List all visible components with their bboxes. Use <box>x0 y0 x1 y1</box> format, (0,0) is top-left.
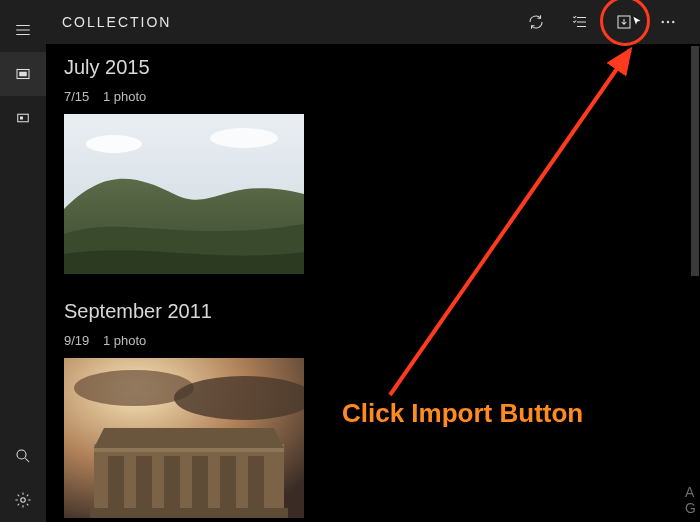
search-button[interactable] <box>0 434 46 478</box>
collection-icon <box>14 65 32 83</box>
svg-point-12 <box>210 128 278 148</box>
select-icon <box>571 13 589 31</box>
svg-rect-3 <box>20 117 23 120</box>
import-icon <box>615 13 633 31</box>
sidebar-item-albums[interactable] <box>0 96 46 140</box>
group-date: 7/15 <box>64 89 89 104</box>
svg-point-11 <box>86 135 142 153</box>
svg-point-9 <box>672 21 674 23</box>
photo-group: July 2015 7/15 1 photo <box>64 56 682 274</box>
svg-point-4 <box>17 450 26 459</box>
sidebar-item-collection[interactable] <box>0 52 46 96</box>
group-count: 1 photo <box>103 333 146 348</box>
group-subtitle: 9/19 1 photo <box>64 333 682 348</box>
group-subtitle: 7/15 1 photo <box>64 89 682 104</box>
svg-point-7 <box>662 21 664 23</box>
svg-rect-23 <box>220 456 236 518</box>
group-title[interactable]: September 2011 <box>64 300 682 323</box>
svg-rect-22 <box>192 456 208 518</box>
photo-thumbnail[interactable] <box>64 114 304 274</box>
main: COLLECTION July 2015 7/15 1 photo <box>46 0 700 522</box>
svg-rect-19 <box>108 456 124 518</box>
albums-icon <box>14 109 32 127</box>
right-panel-partial: A G <box>685 484 696 516</box>
search-icon <box>14 447 32 465</box>
landscape-image <box>64 114 304 274</box>
select-button[interactable] <box>558 0 602 44</box>
more-icon <box>659 13 677 31</box>
refresh-icon <box>527 13 545 31</box>
scrollbar-thumb[interactable] <box>691 46 699 276</box>
svg-point-5 <box>21 498 26 503</box>
refresh-button[interactable] <box>514 0 558 44</box>
sidebar <box>0 0 46 522</box>
photo-thumbnail[interactable] <box>64 358 304 518</box>
svg-rect-21 <box>164 456 180 518</box>
group-date: 9/19 <box>64 333 89 348</box>
gear-icon <box>14 491 32 509</box>
settings-button[interactable] <box>0 478 46 522</box>
menu-button[interactable] <box>0 8 46 52</box>
content: July 2015 7/15 1 photo <box>46 44 700 522</box>
group-count: 1 photo <box>103 89 146 104</box>
more-button[interactable] <box>646 0 690 44</box>
photo-group: September 2011 9/19 1 photo <box>64 300 682 518</box>
group-title[interactable]: July 2015 <box>64 56 682 79</box>
svg-point-8 <box>667 21 669 23</box>
hamburger-icon <box>14 21 32 39</box>
svg-marker-25 <box>94 428 284 448</box>
import-button[interactable] <box>602 0 646 44</box>
svg-rect-1 <box>19 72 27 77</box>
svg-rect-20 <box>136 456 152 518</box>
page-title: COLLECTION <box>62 14 171 30</box>
building-image <box>64 358 304 518</box>
header: COLLECTION <box>46 0 700 44</box>
svg-rect-24 <box>248 456 264 518</box>
